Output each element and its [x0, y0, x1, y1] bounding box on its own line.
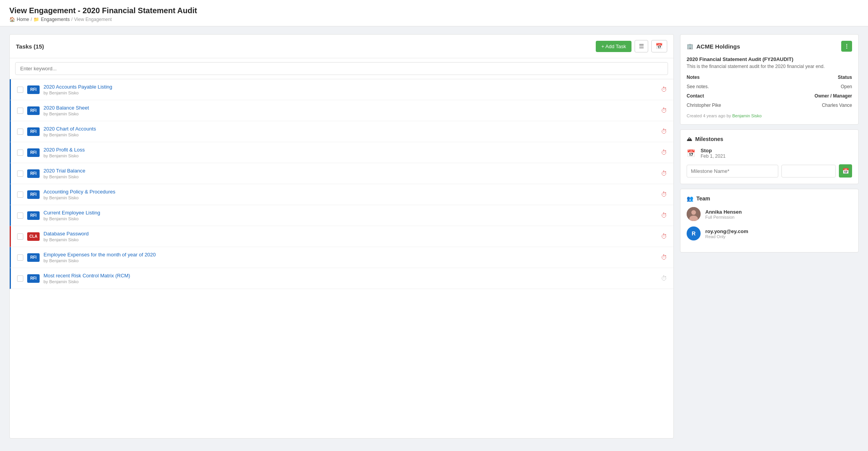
avatar-annika: [687, 207, 701, 221]
task-clock-icon: ⏱: [661, 128, 667, 135]
task-clock-icon: ⏱: [661, 107, 667, 114]
team-title: 👥 Team: [687, 195, 852, 202]
task-item: RFI 2020 Balance Sheet by Benjamin Sisko…: [10, 100, 673, 121]
milestone-item: 📅 Stop Feb 1, 2021: [687, 148, 852, 159]
task-author: by Benjamin Sisko: [43, 111, 657, 116]
team-member-1: Annika Hensen Full Permission: [687, 207, 852, 221]
task-name[interactable]: Current Employee Listing: [43, 210, 657, 216]
task-name[interactable]: Most recent Risk Control Matrix (RCM): [43, 273, 657, 279]
task-item: RFI Employee Expenses for the month of y…: [10, 247, 673, 268]
task-clock-icon: ⏱: [661, 233, 667, 240]
milestone-details: Stop Feb 1, 2021: [701, 148, 725, 159]
task-name[interactable]: 2020 Trial Balance: [43, 168, 657, 174]
task-author: by Benjamin Sisko: [43, 153, 657, 158]
engagement-description: This is the financial statement audit fo…: [687, 64, 852, 69]
task-author: by Benjamin Sisko: [43, 279, 657, 284]
task-checkbox[interactable]: [17, 150, 23, 156]
task-checkbox[interactable]: [17, 233, 23, 240]
task-name[interactable]: 2020 Chart of Accounts: [43, 126, 657, 132]
task-info: Accounting Policy & Procedures by Benjam…: [43, 189, 657, 200]
engagement-card-header: 🏢 ACME Holdings ⋮: [687, 41, 852, 52]
task-clock-icon: ⏱: [661, 149, 667, 156]
milestone-name-input[interactable]: [687, 165, 778, 178]
task-name[interactable]: Accounting Policy & Procedures: [43, 189, 657, 195]
task-checkbox[interactable]: [17, 171, 23, 177]
task-checkbox[interactable]: [17, 108, 23, 114]
search-input[interactable]: [15, 62, 668, 75]
task-checkbox[interactable]: [17, 87, 23, 93]
task-author: by Benjamin Sisko: [43, 91, 657, 95]
task-name[interactable]: Database Password: [43, 231, 657, 237]
task-item: RFI 2020 Accounts Payable Listing by Ben…: [10, 79, 673, 100]
notes-value: See notes.: [687, 84, 769, 89]
task-badge: RFI: [27, 127, 40, 136]
engagement-card: 🏢 ACME Holdings ⋮ 2020 Financial Stateme…: [680, 34, 859, 125]
task-name[interactable]: 2020 Accounts Payable Listing: [43, 84, 657, 90]
breadcrumb-current: View Engagement: [74, 17, 112, 22]
task-badge: RFI: [27, 85, 40, 94]
page-title: View Engagement - 2020 Financial Stateme…: [9, 6, 859, 15]
task-author: by Benjamin Sisko: [43, 195, 657, 200]
list-view-button[interactable]: ☰: [635, 40, 648, 52]
owner-value: Charles Vance: [769, 103, 852, 108]
task-badge: RFI: [27, 106, 40, 115]
task-checkbox[interactable]: [17, 192, 23, 198]
status-value: Open: [769, 84, 852, 89]
svg-point-1: [691, 210, 696, 215]
task-author: by Benjamin Sisko: [43, 174, 657, 179]
milestone-date-input[interactable]: 2021-02-28: [781, 165, 836, 178]
engagement-title: 2020 Financial Statement Audit (FY20AUDI…: [687, 56, 852, 62]
task-checkbox[interactable]: [17, 129, 23, 135]
task-clock-icon: ⏱: [661, 170, 667, 177]
task-badge: RFI: [27, 253, 40, 262]
milestones-title: ⛰ Milestones: [687, 136, 852, 142]
right-panel: 🏢 ACME Holdings ⋮ 2020 Financial Stateme…: [680, 34, 859, 439]
milestone-date: Feb 1, 2021: [701, 153, 725, 159]
calendar-view-button[interactable]: 📅: [651, 40, 667, 52]
task-name[interactable]: 2020 Balance Sheet: [43, 105, 657, 111]
tasks-panel: Tasks (15) + Add Task ☰ 📅 RFI 2020 Accou…: [9, 34, 674, 439]
created-by-link[interactable]: Benjamin Sisko: [732, 113, 762, 118]
task-item: RFI 2020 Chart of Accounts by Benjamin S…: [10, 121, 673, 142]
task-clock-icon: ⏱: [661, 254, 667, 261]
member-1-role: Full Permission: [705, 215, 742, 219]
tasks-title: Tasks (15): [16, 43, 44, 50]
created-text: Created 4 years ago by Benjamin Sisko: [687, 113, 852, 118]
task-clock-icon: ⏱: [661, 191, 667, 198]
member-2-name: roy.yong@ey.com: [705, 228, 748, 234]
milestones-card: ⛰ Milestones 📅 Stop Feb 1, 2021 2021-02-…: [680, 129, 859, 184]
task-badge: RFI: [27, 211, 40, 220]
task-list: RFI 2020 Accounts Payable Listing by Ben…: [10, 79, 673, 289]
task-checkbox[interactable]: [17, 254, 23, 261]
task-info: Employee Expenses for the month of year …: [43, 252, 657, 263]
breadcrumb-engagements[interactable]: Engagements: [41, 17, 70, 22]
task-checkbox[interactable]: [17, 275, 23, 282]
team-member-2: R roy.yong@ey.com Read Only: [687, 226, 852, 240]
engagement-menu-button[interactable]: ⋮: [841, 41, 852, 52]
task-badge: RFI: [27, 169, 40, 178]
task-clock-icon: ⏱: [661, 86, 667, 93]
breadcrumb-home[interactable]: Home: [17, 17, 29, 22]
member-1-info: Annika Hensen Full Permission: [705, 209, 742, 219]
contact-value: Christopher Pike: [687, 103, 769, 108]
task-clock-icon: ⏱: [661, 275, 667, 282]
owner-label: Owner / Manager: [769, 93, 852, 99]
task-badge: CLA: [27, 232, 40, 241]
milestone-add-button[interactable]: 📅: [839, 164, 852, 178]
status-label: Status: [769, 75, 852, 80]
task-item: RFI Most recent Risk Control Matrix (RCM…: [10, 268, 673, 289]
task-checkbox[interactable]: [17, 212, 23, 219]
mountain-icon: ⛰: [687, 136, 692, 142]
task-item: RFI 2020 Trial Balance by Benjamin Sisko…: [10, 163, 673, 184]
add-task-button[interactable]: + Add Task: [596, 41, 631, 52]
company-name: 🏢 ACME Holdings: [687, 43, 740, 50]
task-clock-icon: ⏱: [661, 212, 667, 219]
task-name[interactable]: 2020 Profit & Loss: [43, 147, 657, 153]
task-info: 2020 Trial Balance by Benjamin Sisko: [43, 168, 657, 179]
task-author: by Benjamin Sisko: [43, 237, 657, 242]
task-author: by Benjamin Sisko: [43, 216, 657, 221]
task-name[interactable]: Employee Expenses for the month of year …: [43, 252, 657, 258]
contact-label: Contact: [687, 93, 769, 99]
task-badge: RFI: [27, 190, 40, 199]
task-item: CLA Database Password by Benjamin Sisko …: [10, 226, 673, 247]
